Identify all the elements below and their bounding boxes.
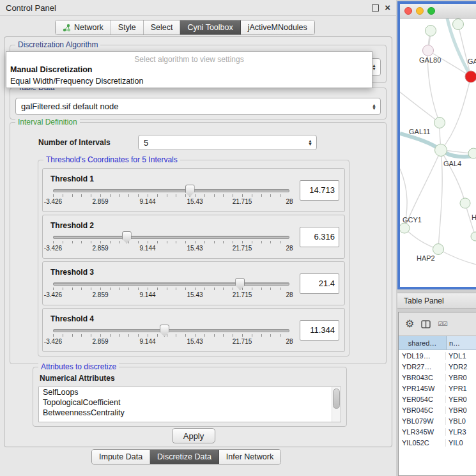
node-label: GAL80 xyxy=(419,56,441,64)
table-panel-title: Table Panel xyxy=(404,296,444,305)
table-row[interactable]: YLR345WYLR3 xyxy=(399,426,476,437)
threshold-3-value[interactable]: 21.4 xyxy=(300,273,339,294)
tab-jactivemnodules[interactable]: jActiveMNodules xyxy=(241,20,314,35)
table-toolbar: ⚙ ☑☑ xyxy=(399,312,476,336)
node-GAL11[interactable] xyxy=(434,118,445,128)
minimize-traffic-light[interactable] xyxy=(416,7,424,15)
node-HAP2[interactable] xyxy=(433,244,444,255)
slider-track[interactable] xyxy=(53,282,289,286)
control-panel-window: Control Panel × Network Style Select Cyn… xyxy=(0,0,396,476)
network-node[interactable] xyxy=(471,232,476,241)
tab-network[interactable]: Network xyxy=(56,20,111,35)
list-item[interactable]: BetweennessCentrality xyxy=(39,408,341,418)
list-item[interactable]: TopologicalCoefficient xyxy=(39,397,341,408)
column-header-name[interactable]: n… xyxy=(447,336,476,349)
table-row[interactable]: YIL052CYIL0 xyxy=(399,437,476,448)
table-data-combo[interactable]: galFiltered.sif default node ▲▼ xyxy=(15,98,381,115)
threshold-2-slider[interactable]: -3.426 2.859 9.144 15.43 21.715 28 xyxy=(53,231,289,253)
tab-label: Discretize Data xyxy=(157,452,211,461)
tab-label: Cyni Toolbox xyxy=(187,23,233,32)
node-GAL80[interactable] xyxy=(423,45,434,56)
close-window-icon[interactable]: × xyxy=(385,4,390,11)
table-row[interactable]: YBR045CYBR0 xyxy=(399,404,476,415)
close-traffic-light[interactable] xyxy=(404,7,412,15)
node-label: GCY1 xyxy=(403,216,422,224)
tab-label: Impute Data xyxy=(99,452,142,461)
scrollbar-thumb[interactable] xyxy=(333,388,340,409)
table-panel-header: Table Panel xyxy=(397,293,476,309)
slider-ticks xyxy=(53,241,289,243)
slider-track[interactable] xyxy=(53,236,289,239)
slider-scale: -3.426 2.859 9.144 15.43 21.715 28 xyxy=(53,338,289,346)
threshold-1-slider[interactable]: -3.426 2.859 9.144 15.43 21.715 28 xyxy=(53,185,289,206)
slider-scale: -3.426 2.859 9.144 15.43 21.715 28 xyxy=(53,291,289,299)
float-window-icon[interactable] xyxy=(372,4,379,12)
table-row[interactable]: YBR043CYBR0 xyxy=(399,372,476,383)
numerical-attributes-label: Numerical Attributes xyxy=(40,374,115,383)
group-title: Attributes to discretize xyxy=(38,362,119,371)
number-of-intervals-label: Number of Intervals xyxy=(38,138,111,147)
node-GAL4[interactable] xyxy=(435,144,447,157)
table-row[interactable]: YER054CYER0 xyxy=(399,394,476,404)
cyni-mode-tabs: Impute Data Discretize Data Infer Networ… xyxy=(91,449,281,464)
list-item[interactable]: SelfLoops xyxy=(39,387,341,397)
node-label: HAP2 xyxy=(417,254,435,262)
algorithm-dropdown-popup: Select algorithm to view settings Manual… xyxy=(6,51,372,88)
network-node[interactable] xyxy=(468,148,476,158)
slider-track[interactable] xyxy=(53,189,289,192)
group-title: Threshold's Coordinates for 5 Intervals xyxy=(43,155,180,164)
threshold-2-value[interactable]: 6.316 xyxy=(300,227,339,247)
tab-style[interactable]: Style xyxy=(111,20,144,35)
node-label: GA xyxy=(468,58,476,65)
tab-cyni-toolbox[interactable]: Cyni Toolbox xyxy=(180,20,240,35)
threshold-1-value[interactable]: 14.713 xyxy=(300,180,339,201)
tab-infer-network[interactable]: Infer Network xyxy=(219,450,280,464)
columns-icon[interactable] xyxy=(421,320,431,328)
gear-icon[interactable]: ⚙ xyxy=(405,319,414,329)
threshold-4-slider[interactable]: -3.426 2.859 9.144 15.43 21.715 28 xyxy=(53,325,289,346)
algorithm-option-manual[interactable]: Manual Discretization xyxy=(6,64,372,75)
node-label: GAL11 xyxy=(409,128,430,135)
cyni-toolbox-panel: Discretization Algorithm ▲▼ Select algor… xyxy=(4,36,392,447)
algorithm-placeholder: Select algorithm to view settings xyxy=(6,52,372,64)
table-data-group: Table Data galFiltered.sif default node … xyxy=(10,88,387,119)
select-columns-icon[interactable]: ☑☑ xyxy=(438,321,447,327)
combo-arrows-icon[interactable]: ▲▼ xyxy=(307,139,314,146)
threshold-3-slider[interactable]: -3.426 2.859 9.144 15.43 21.715 28 xyxy=(53,278,289,300)
tab-impute-data[interactable]: Impute Data xyxy=(92,450,150,464)
threshold-label: Threshold 1 xyxy=(50,174,295,183)
attributes-group: Attributes to discretize Numerical Attri… xyxy=(33,367,347,427)
network-node[interactable] xyxy=(460,198,470,208)
tab-label: Style xyxy=(118,23,136,32)
threshold-panel-4: Threshold 4 -3.426 2.859 9.144 15.43 21.… xyxy=(42,308,345,352)
network-window-titlebar[interactable] xyxy=(400,4,476,19)
table-row[interactable]: YBL079WYBL0 xyxy=(399,415,476,426)
table-row[interactable]: YPR145WYPR1 xyxy=(399,383,476,394)
interval-definition-group: Interval Definition Number of Intervals … xyxy=(10,122,387,364)
group-title: Discretization Algorithm xyxy=(15,40,100,49)
network-node[interactable] xyxy=(426,26,436,36)
slider-track[interactable] xyxy=(53,329,289,332)
table-row[interactable]: YDR27…YDR2 xyxy=(399,361,476,372)
algorithm-option-equal-width[interactable]: Equal Width/Frequency Discretization xyxy=(6,75,372,87)
table-row[interactable]: YDL19…YDL1 xyxy=(399,350,476,361)
network-node[interactable] xyxy=(453,19,464,30)
combo-arrows-icon[interactable]: ▲▼ xyxy=(371,104,378,110)
group-title: Interval Definition xyxy=(15,118,80,127)
slider-scale: -3.426 2.859 9.144 15.43 21.715 28 xyxy=(53,198,289,206)
selected-red-node[interactable] xyxy=(465,71,476,82)
numerical-attributes-list[interactable]: SelfLoops TopologicalCoefficient Between… xyxy=(38,387,341,422)
network-canvas[interactable]: GAL80 GA GAL11 GAL4 GCY1 HAP2 H xyxy=(400,19,476,287)
threshold-4-value[interactable]: 11.344 xyxy=(300,320,339,341)
network-icon xyxy=(63,24,71,32)
tab-discretize-data[interactable]: Discretize Data xyxy=(150,450,219,464)
column-header-shared-name[interactable]: shared… xyxy=(399,336,447,349)
node-GCY1[interactable] xyxy=(400,223,410,233)
control-panel-titlebar: Control Panel × xyxy=(0,0,396,16)
list-scrollbar[interactable] xyxy=(332,387,341,422)
apply-button[interactable]: Apply xyxy=(172,428,215,443)
table-panel-window: ⚙ ☑☑ shared… n… YDL19…YDL1 YDR27…YDR2 YB… xyxy=(398,312,476,476)
number-of-intervals-combo[interactable]: 5 ▲▼ xyxy=(138,135,317,150)
zoom-traffic-light[interactable] xyxy=(427,7,435,15)
tab-select[interactable]: Select xyxy=(144,20,181,35)
